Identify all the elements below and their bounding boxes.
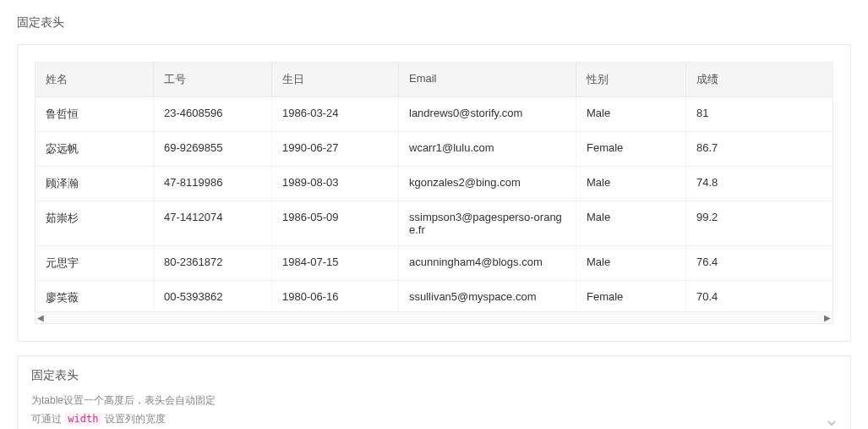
col-header-sex: 性别 [576, 63, 686, 96]
width-code: width [64, 412, 101, 426]
table-row[interactable]: 宓远帆69-92698551990-06-27wcarr1@lulu.comFe… [35, 132, 833, 167]
cell-id: 00-5393862 [154, 281, 272, 311]
table-row[interactable]: 鲁哲恒23-46085961986-03-24landrews0@storify… [35, 97, 833, 132]
table-row[interactable]: 元思宇80-23618721984-07-15acunningham4@blog… [35, 246, 833, 281]
cell-id: 47-1412074 [154, 201, 272, 245]
col-header-email: Email [399, 63, 576, 96]
cell-score: 99.2 [686, 201, 792, 245]
description-text: 设置列的宽度 [101, 413, 165, 425]
cell-name: 顾泽瀚 [35, 167, 154, 201]
description-card: 固定表头 为table设置一个高度后，表头会自动固定 可通过 width 设置列… [17, 355, 851, 429]
description-line-2: 可通过 width 设置列的宽度 [31, 410, 837, 429]
col-header-score: 成绩 [686, 63, 792, 96]
cell-sex: Female [576, 132, 686, 166]
cell-score: 86.7 [686, 132, 792, 166]
cell-email: landrews0@storify.com [399, 97, 576, 131]
cell-bday: 1986-03-24 [272, 97, 399, 131]
table-row[interactable]: 廖笑薇00-53938621980-06-16ssullivan5@myspac… [35, 281, 833, 311]
cell-id: 69-9269855 [154, 132, 272, 166]
cell-id: 47-8119986 [154, 167, 272, 201]
cell-id: 80-2361872 [154, 246, 272, 280]
cell-sex: Female [576, 281, 686, 311]
cell-score: 70.4 [686, 281, 792, 311]
cell-name: 廖笑薇 [35, 281, 154, 311]
cell-name: 鲁哲恒 [35, 97, 154, 131]
cell-sex: Male [576, 167, 686, 201]
cell-bday: 1989-08-03 [272, 167, 399, 201]
chevron-down-icon[interactable] [825, 416, 838, 429]
cell-name: 元思宇 [35, 246, 154, 280]
cell-bday: 1990-06-27 [272, 132, 399, 166]
data-table: 姓名 工号 生日 Email 性别 成绩 鲁哲恒23-46085961986-0… [35, 62, 833, 324]
cell-id: 23-4608596 [154, 97, 272, 131]
cell-bday: 1986-05-09 [272, 201, 399, 245]
cell-name: 宓远帆 [35, 132, 154, 166]
description-line-1: 为table设置一个高度后，表头会自动固定 [31, 392, 837, 410]
col-header-bday: 生日 [272, 63, 399, 96]
cell-sex: Male [576, 97, 686, 131]
description-title: 固定表头 [31, 368, 837, 383]
table-row[interactable]: 顾泽瀚47-81199861989-08-03kgonzales2@bing.c… [35, 167, 833, 201]
cell-score: 76.4 [686, 246, 792, 280]
table-row[interactable]: 茹崇杉47-14120741986-05-09ssimpson3@pagespe… [35, 201, 833, 246]
cell-score: 74.8 [686, 167, 792, 201]
cell-email: kgonzales2@bing.com [399, 167, 576, 201]
scroll-right-icon[interactable]: ▶ [824, 313, 831, 322]
table-header-row: 姓名 工号 生日 Email 性别 成绩 [35, 63, 833, 97]
table-card: 姓名 工号 生日 Email 性别 成绩 鲁哲恒23-46085961986-0… [17, 44, 851, 342]
cell-name: 茹崇杉 [35, 201, 154, 245]
cell-email: ssullivan5@myspace.com [399, 281, 576, 311]
table-body[interactable]: 鲁哲恒23-46085961986-03-24landrews0@storify… [35, 97, 833, 311]
cell-bday: 1984-07-15 [272, 246, 399, 280]
cell-sex: Male [576, 246, 686, 280]
col-header-name: 姓名 [35, 63, 154, 96]
cell-bday: 1980-06-16 [272, 281, 399, 311]
col-header-id: 工号 [154, 63, 272, 96]
cell-email: acunningham4@blogs.com [399, 246, 576, 280]
cell-email: ssimpson3@pagesperso-orange.fr [399, 201, 576, 245]
horizontal-scrollbar[interactable]: ◀ ▶ [35, 311, 833, 323]
page-title: 固定表头 [17, 15, 851, 30]
cell-sex: Male [576, 201, 686, 245]
cell-email: wcarr1@lulu.com [399, 132, 576, 166]
scroll-left-icon[interactable]: ◀ [37, 313, 44, 322]
description-text: 可通过 [31, 413, 64, 425]
cell-score: 81 [686, 97, 792, 131]
